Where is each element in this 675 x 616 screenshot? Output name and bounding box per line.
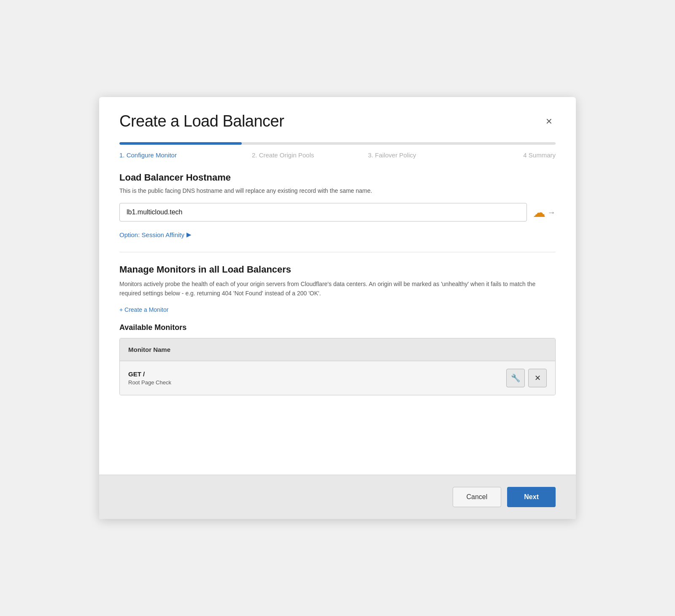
hostname-section: Load Balancer Hostname This is the publi… <box>119 172 556 250</box>
cancel-button[interactable]: Cancel <box>453 487 502 507</box>
monitor-sub: Root Page Check <box>128 379 171 386</box>
next-button[interactable]: Next <box>507 487 556 507</box>
monitors-table: Monitor Name GET / Root Page Check 🔧 ✕ <box>119 338 556 395</box>
session-affinity-link[interactable]: Option: Session Affinity ▶ <box>119 231 192 238</box>
modal-footer: Cancel Next <box>99 475 576 519</box>
close-icon: ✕ <box>535 373 541 383</box>
cloud-icon: ☁ <box>533 205 545 220</box>
step-4[interactable]: 4 Summary <box>447 151 556 159</box>
monitors-title: Manage Monitors in all Load Balancers <box>119 264 556 275</box>
progress-section: 1. Configure Monitor 2. Create Origin Po… <box>99 130 576 159</box>
session-affinity-label: Option: Session Affinity <box>119 231 184 238</box>
modal-title: Create a Load Balancer <box>119 112 284 130</box>
create-monitor-link[interactable]: + Create a Monitor <box>119 306 168 313</box>
modal-header: Create a Load Balancer × <box>99 97 576 130</box>
table-row: GET / Root Page Check 🔧 ✕ <box>120 361 555 395</box>
row-actions: 🔧 ✕ <box>506 369 547 387</box>
hostname-input[interactable] <box>119 203 527 222</box>
arrow-right-icon: → <box>547 208 556 217</box>
hostname-input-row: ☁ → <box>119 203 556 222</box>
modal-body: Load Balancer Hostname This is the publi… <box>99 159 576 458</box>
table-header: Monitor Name <box>120 338 555 361</box>
hostname-title: Load Balancer Hostname <box>119 172 556 183</box>
delete-monitor-button[interactable]: ✕ <box>528 369 547 387</box>
available-monitors-title: Available Monitors <box>119 323 556 332</box>
edit-monitor-button[interactable]: 🔧 <box>506 369 525 387</box>
cloudflare-icon-group: ☁ → <box>533 205 556 220</box>
row-info: GET / Root Page Check <box>128 370 171 386</box>
create-load-balancer-modal: Create a Load Balancer × 1. Configure Mo… <box>99 97 576 519</box>
section-divider <box>119 252 556 252</box>
progress-bar-track <box>119 142 556 145</box>
step-1[interactable]: 1. Configure Monitor <box>119 151 229 159</box>
monitors-section: Manage Monitors in all Load Balancers Mo… <box>119 264 556 395</box>
hostname-description: This is the public facing DNS hostname a… <box>119 186 556 195</box>
monitor-name: GET / <box>128 370 171 378</box>
monitors-description: Monitors actively probe the health of ea… <box>119 279 556 298</box>
step-3[interactable]: 3. Failover Policy <box>338 151 447 159</box>
close-button[interactable]: × <box>543 114 556 128</box>
steps-nav: 1. Configure Monitor 2. Create Origin Po… <box>119 151 556 159</box>
step-2[interactable]: 2. Create Origin Pools <box>229 151 338 159</box>
progress-bar-fill <box>119 142 242 145</box>
wrench-icon: 🔧 <box>511 373 520 383</box>
session-affinity-arrow: ▶ <box>186 231 192 238</box>
